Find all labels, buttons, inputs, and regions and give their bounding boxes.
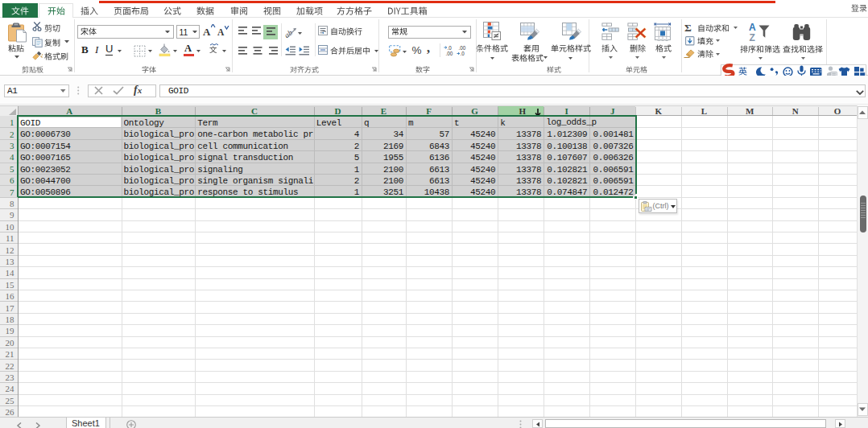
svg-text:Z: Z	[750, 32, 755, 43]
svg-text:.0: .0	[448, 45, 453, 51]
svg-text:.0: .0	[460, 51, 465, 56]
svg-text:ab: ab	[285, 28, 294, 38]
svg-text:.00: .00	[446, 51, 453, 56]
svg-text:A: A	[749, 22, 756, 33]
svg-text:.00: .00	[458, 45, 465, 51]
